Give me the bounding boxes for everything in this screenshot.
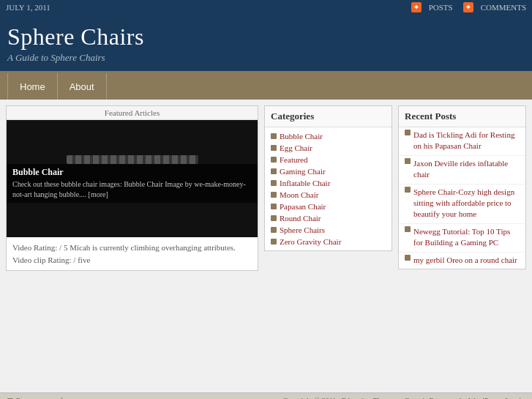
category-link[interactable]: Bubble Chair xyxy=(280,132,323,141)
top-bar: JULY 1, 2011 ✦ POSTS ✦ COMMENTS xyxy=(0,0,532,15)
category-item[interactable]: Round Chair xyxy=(265,212,391,224)
category-bullet xyxy=(271,227,277,233)
video-area[interactable]: Bubble Chair Check out these bubble chai… xyxy=(7,120,258,237)
category-link[interactable]: Sphere Chairs xyxy=(280,225,325,234)
article-body: Video Rating: / 5 Micah is currently cli… xyxy=(7,237,258,270)
site-title: Sphere Chairs xyxy=(7,23,525,51)
recent-posts-list: Dad is Tickling Adi for Resting on his P… xyxy=(399,127,525,269)
recent-post-link[interactable]: Newegg Tutorial: Top 10 Tips for Buildin… xyxy=(413,226,520,249)
post-bullet xyxy=(405,255,411,261)
category-bullet xyxy=(271,133,277,139)
category-link[interactable]: Egg Chair xyxy=(280,143,312,152)
categories-col: Categories Bubble ChairEgg ChairFeatured… xyxy=(264,105,392,387)
category-bullet xyxy=(271,145,277,151)
footer-bar: Return to top of page Copyright © 2011 ·… xyxy=(0,392,532,399)
category-link[interactable]: Round Chair xyxy=(280,214,321,223)
category-bullet xyxy=(271,239,277,245)
site-tagline: A Guide to Sphere Chairs xyxy=(7,52,525,64)
category-item[interactable]: Gaming Chair xyxy=(265,165,391,177)
video-progress-bar xyxy=(67,155,198,164)
site-header: Sphere Chairs A Guide to Sphere Chairs xyxy=(0,15,532,73)
recent-post-link[interactable]: my gerbil Oreo on a round chair xyxy=(413,255,517,266)
recent-post-link[interactable]: Dad is Tickling Adi for Resting on his P… xyxy=(413,130,520,152)
post-bullet xyxy=(405,226,411,232)
category-link[interactable]: Gaming Chair xyxy=(280,167,326,176)
categories-list: Bubble ChairEgg ChairFeaturedGaming Chai… xyxy=(265,127,391,250)
category-item[interactable]: Sphere Chairs xyxy=(265,224,391,236)
comments-feed-icon[interactable]: ✦ xyxy=(463,2,473,12)
category-link[interactable]: Featured xyxy=(280,155,307,164)
category-bullet xyxy=(271,204,277,209)
date-label: JULY 1, 2011 xyxy=(6,3,50,12)
category-item[interactable]: Bubble Chair xyxy=(265,130,391,142)
category-bullet xyxy=(271,180,277,186)
recent-post-link[interactable]: Jaxon Deville rides inflatable chair xyxy=(413,158,520,181)
video-caption-title: Bubble Chair xyxy=(12,167,252,178)
featured-box: Featured Articles Bubble Chair Check out… xyxy=(6,105,258,271)
comments-label[interactable]: COMMENTS xyxy=(481,3,526,12)
featured-label: Featured Articles xyxy=(7,106,258,120)
category-item[interactable]: Moon Chair xyxy=(265,189,391,201)
category-bullet xyxy=(271,215,277,221)
category-link[interactable]: Papasan Chair xyxy=(280,202,326,211)
category-item[interactable]: Featured xyxy=(265,154,391,165)
nav-item-home[interactable]: Home xyxy=(7,73,58,100)
recent-post-item[interactable]: my gerbil Oreo on a round chair xyxy=(399,253,525,269)
post-bullet xyxy=(405,158,411,164)
category-link[interactable]: Inflatable Chair xyxy=(280,179,330,187)
post-bullet xyxy=(405,187,411,193)
main-nav: Home About xyxy=(0,73,532,100)
main-column: Featured Articles Bubble Chair Check out… xyxy=(6,105,258,387)
content-wrapper: Featured Articles Bubble Chair Check out… xyxy=(0,100,532,392)
categories-title: Categories xyxy=(265,106,391,127)
post-bullet xyxy=(405,130,411,135)
category-item[interactable]: Zero Gravity Chair xyxy=(265,236,391,247)
categories-section: Categories Bubble ChairEgg ChairFeatured… xyxy=(264,105,392,251)
nav-item-about[interactable]: About xyxy=(58,73,107,100)
category-item[interactable]: Inflatable Chair xyxy=(265,177,391,189)
recent-post-item[interactable]: Jaxon Deville rides inflatable chair xyxy=(399,156,525,184)
recent-posts-section: Recent Posts Dad is Tickling Adi for Res… xyxy=(398,105,526,269)
category-bullet xyxy=(271,192,277,198)
category-bullet xyxy=(271,157,277,163)
feed-links: ✦ POSTS ✦ COMMENTS xyxy=(411,2,526,12)
category-bullet xyxy=(271,168,277,174)
recent-post-item[interactable]: Dad is Tickling Adi for Resting on his P… xyxy=(399,127,525,156)
video-caption-desc: Check out these bubble chair images: Bub… xyxy=(12,179,252,200)
recent-post-link[interactable]: Sphere Chair-Cozy high design sitting wi… xyxy=(413,187,520,220)
recent-posts-title: Recent Posts xyxy=(399,106,525,127)
posts-label[interactable]: POSTS xyxy=(429,3,453,12)
category-item[interactable]: Papasan Chair xyxy=(265,201,391,212)
video-caption: Bubble Chair Check out these bubble chai… xyxy=(7,164,258,203)
recent-posts-col: Recent Posts Dad is Tickling Adi for Res… xyxy=(398,105,526,387)
recent-post-item[interactable]: Newegg Tutorial: Top 10 Tips for Buildin… xyxy=(399,224,525,253)
category-link[interactable]: Moon Chair xyxy=(280,190,318,199)
recent-post-item[interactable]: Sphere Chair-Cozy high design sitting wi… xyxy=(399,184,525,224)
posts-feed-icon[interactable]: ✦ xyxy=(411,2,422,12)
category-item[interactable]: Egg Chair xyxy=(265,142,391,154)
category-link[interactable]: Zero Gravity Chair xyxy=(280,237,341,246)
